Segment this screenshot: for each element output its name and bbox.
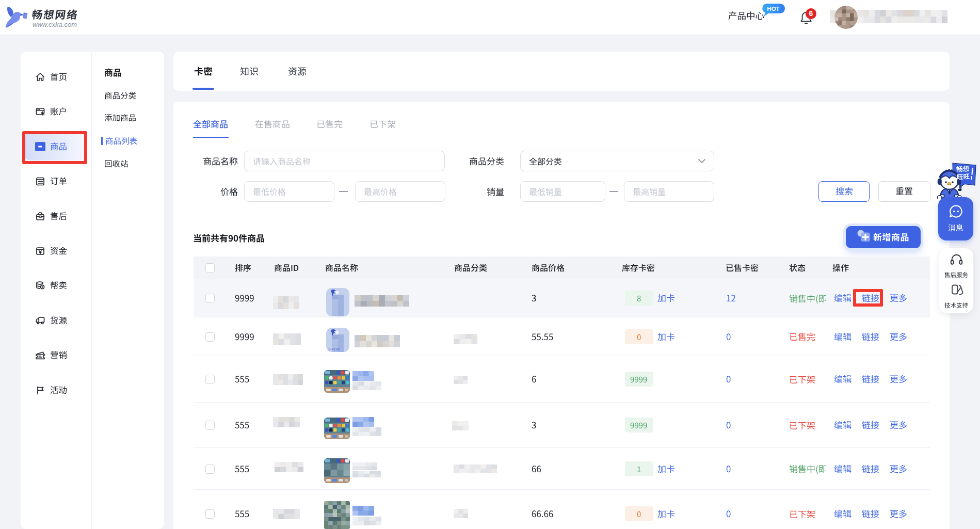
svg-text:HOT: HOT [767,6,779,12]
svg-text:b 4199: b 4199 [328,347,340,351]
